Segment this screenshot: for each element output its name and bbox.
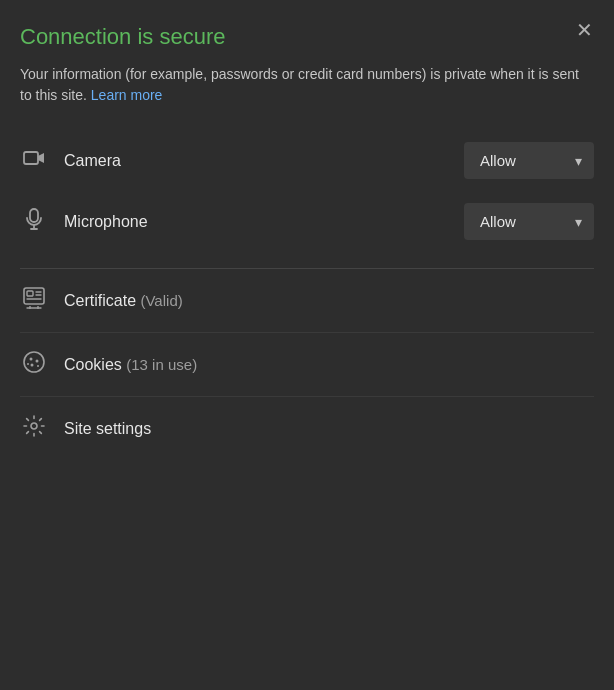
cookies-row[interactable]: Cookies (13 in use) <box>20 333 594 397</box>
microphone-icon <box>20 208 48 235</box>
popup-description: Your information (for example, passwords… <box>20 64 594 106</box>
microphone-permission-row: Microphone Allow Block Ask <box>20 191 594 252</box>
certificate-sublabel: (Valid) <box>140 292 182 309</box>
svg-rect-6 <box>27 291 33 296</box>
microphone-label: Microphone <box>64 213 148 231</box>
camera-icon <box>20 149 48 172</box>
svg-point-18 <box>27 363 29 365</box>
camera-select-wrapper[interactable]: Allow Block Ask <box>464 142 594 179</box>
svg-rect-2 <box>30 209 38 222</box>
camera-permission-row: Camera Allow Block Ask <box>20 130 594 191</box>
cookies-label: Cookies (13 in use) <box>64 356 197 374</box>
svg-rect-0 <box>24 152 38 164</box>
popup-container: ✕ Connection is secure Your information … <box>0 0 614 690</box>
svg-point-13 <box>24 352 44 372</box>
svg-point-15 <box>36 360 39 363</box>
cookies-sublabel: (13 in use) <box>126 356 197 373</box>
certificate-icon <box>20 287 48 314</box>
site-settings-row[interactable]: Site settings <box>20 397 594 460</box>
learn-more-link[interactable]: Learn more <box>91 87 163 103</box>
certificate-row[interactable]: Certificate (Valid) <box>20 269 594 333</box>
site-settings-icon <box>20 415 48 442</box>
certificate-label: Certificate (Valid) <box>64 292 183 310</box>
svg-marker-1 <box>38 153 44 163</box>
close-button[interactable]: ✕ <box>570 16 598 44</box>
svg-point-17 <box>37 365 39 367</box>
svg-point-19 <box>31 423 37 429</box>
microphone-select-wrapper[interactable]: Allow Block Ask <box>464 203 594 240</box>
svg-point-16 <box>31 364 34 367</box>
site-settings-label: Site settings <box>64 420 151 438</box>
permissions-section: Camera Allow Block Ask <box>20 130 594 269</box>
camera-select[interactable]: Allow Block Ask <box>464 142 594 179</box>
info-section: Certificate (Valid) Cookies (13 in use) <box>20 269 594 460</box>
popup-title: Connection is secure <box>20 24 594 50</box>
camera-label: Camera <box>64 152 121 170</box>
microphone-select[interactable]: Allow Block Ask <box>464 203 594 240</box>
svg-point-14 <box>30 358 33 361</box>
cookies-icon <box>20 351 48 378</box>
